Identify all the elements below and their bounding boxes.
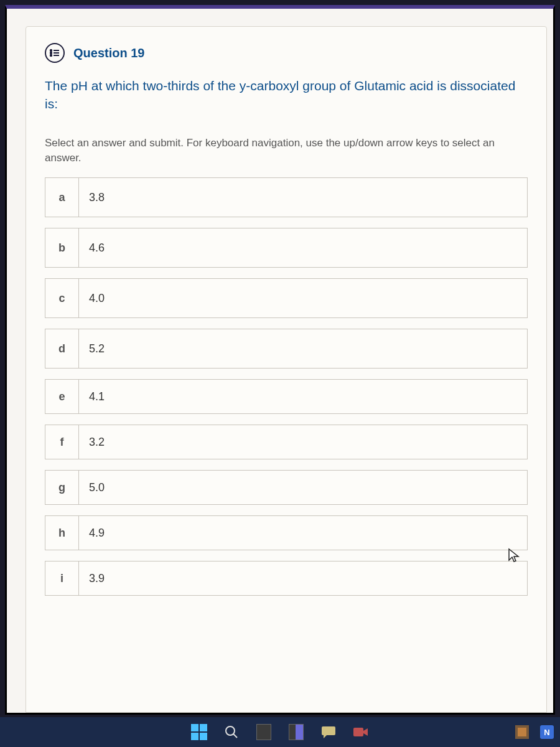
chat-icon[interactable] bbox=[319, 723, 338, 741]
option-value: 5.2 bbox=[79, 329, 105, 368]
answer-option-g[interactable]: g 5.0 bbox=[45, 470, 528, 505]
option-letter: d bbox=[45, 329, 79, 368]
option-letter: h bbox=[45, 516, 79, 550]
svg-line-7 bbox=[233, 734, 237, 738]
option-letter: i bbox=[45, 561, 79, 595]
option-letter: f bbox=[45, 425, 79, 459]
start-menu-icon[interactable] bbox=[190, 723, 208, 741]
option-value: 4.0 bbox=[79, 279, 105, 317]
option-letter: g bbox=[45, 471, 79, 504]
taskview-icon[interactable] bbox=[254, 723, 273, 741]
answer-options: a 3.8 b 4.6 c 4.0 d 5.2 e 4.1 f 3.2 bbox=[45, 177, 528, 596]
answer-option-a[interactable]: a 3.8 bbox=[45, 177, 528, 217]
svg-point-6 bbox=[226, 726, 235, 735]
option-value: 3.8 bbox=[79, 178, 105, 217]
option-value: 4.9 bbox=[79, 516, 105, 550]
camera-icon[interactable] bbox=[352, 723, 370, 741]
answer-instructions: Select an answer and submit. For keyboar… bbox=[45, 136, 528, 166]
option-value: 4.6 bbox=[79, 228, 105, 267]
answer-option-h[interactable]: h 4.9 bbox=[45, 515, 528, 550]
svg-point-2 bbox=[50, 52, 52, 54]
question-card: Question 19 The pH at which two-thirds o… bbox=[26, 26, 547, 713]
browser-viewport: Question 19 The pH at which two-thirds o… bbox=[5, 5, 555, 715]
option-letter: c bbox=[45, 279, 79, 317]
answer-option-b[interactable]: b 4.6 bbox=[45, 228, 528, 268]
option-letter: a bbox=[45, 178, 79, 217]
answer-option-f[interactable]: f 3.2 bbox=[45, 425, 528, 459]
option-letter: e bbox=[45, 380, 79, 413]
question-text: The pH at which two-thirds of the y-carb… bbox=[45, 77, 528, 113]
answer-option-i[interactable]: i 3.9 bbox=[45, 561, 528, 596]
answer-option-e[interactable]: e 4.1 bbox=[45, 379, 528, 414]
svg-rect-8 bbox=[353, 728, 363, 736]
option-value: 3.9 bbox=[79, 561, 105, 595]
notifications-badge[interactable]: N bbox=[540, 725, 554, 739]
option-letter: b bbox=[45, 228, 79, 267]
answer-option-d[interactable]: d 5.2 bbox=[45, 329, 528, 369]
question-list-icon[interactable] bbox=[45, 43, 65, 63]
option-value: 3.2 bbox=[79, 425, 105, 459]
question-number: Question 19 bbox=[73, 46, 144, 60]
option-value: 4.1 bbox=[79, 380, 105, 413]
option-value: 5.0 bbox=[79, 471, 105, 504]
search-icon[interactable] bbox=[222, 723, 241, 741]
question-header: Question 19 bbox=[45, 43, 528, 63]
app-icon[interactable] bbox=[287, 723, 306, 741]
answer-option-c[interactable]: c 4.0 bbox=[45, 278, 528, 318]
windows-taskbar[interactable]: N bbox=[0, 717, 560, 747]
svg-rect-10 bbox=[518, 728, 526, 736]
tray-app-icon[interactable] bbox=[513, 723, 531, 741]
svg-point-0 bbox=[50, 50, 52, 51]
svg-point-4 bbox=[50, 55, 52, 56]
